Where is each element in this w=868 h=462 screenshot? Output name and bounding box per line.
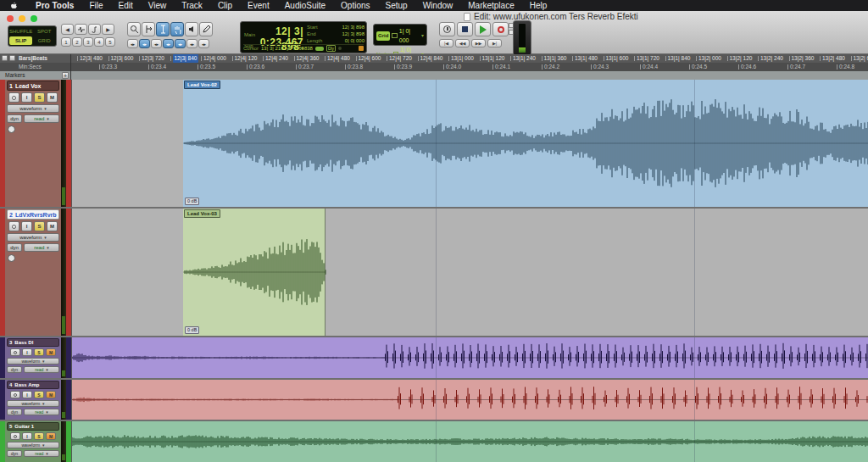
input-monitor-button[interactable]: I [22,348,32,356]
track-name[interactable]: 4Bass Amp [7,381,59,389]
minimize-window-button[interactable] [19,15,25,22]
min-secs-ruler[interactable]: Min:Secs 0:23.30:23.40:23.50:23.60:23.70… [0,63,868,71]
mode-grid-button[interactable]: GRID [33,36,55,45]
solo-button[interactable]: S [34,391,44,398]
elastic-audio-button[interactable] [8,125,15,133]
end-value[interactable]: 12| 3| 898 [342,31,364,37]
zoomer-tool-button[interactable] [127,22,141,36]
dyn-button[interactable]: dyn [7,409,22,415]
menu-item-file[interactable]: File [81,0,110,11]
grid-caret-icon[interactable]: ▾ [421,31,424,41]
track-name[interactable]: 2LdVxRvrsRvrb [7,209,59,220]
track-name[interactable]: 1Lead Vox [7,81,59,91]
dyn-button[interactable]: dyn [7,450,22,457]
menu-item-event[interactable]: Event [240,0,277,11]
mirror-midi-button[interactable]: ◂▸ [175,39,186,48]
automation-mode-button[interactable]: read▾ [24,366,59,373]
mute-button[interactable]: M [46,432,56,440]
track-view-selector[interactable]: waveform▾ [7,442,59,448]
track-lane-bass-di[interactable] [71,337,868,378]
zoom-preset-2-button[interactable]: 2 [72,37,82,47]
automation-mode-button[interactable]: read▾ [24,450,59,457]
trim-tool-button[interactable] [142,22,155,36]
menu-item-clip[interactable]: Clip [210,0,240,11]
mute-button[interactable]: M [46,348,56,356]
length-value[interactable]: 0| 0| 000 [345,37,364,44]
zoom-in-arrow-button[interactable]: ▶ [102,24,114,35]
link-timeline-button[interactable]: ◂▸ [151,39,162,48]
solo-button[interactable]: S [34,92,45,103]
record-enable-button[interactable] [8,92,19,103]
track-view-selector[interactable]: waveform▾ [7,400,59,407]
add-marker-button[interactable]: + [62,72,69,79]
layered-edit-button[interactable]: ◂▸ [186,39,198,48]
track-lane-lead-vox[interactable]: Lead Vox-020 dB [71,80,868,207]
menu-item-pro-tools[interactable]: Pro Tools [28,0,81,11]
record-enable-button[interactable] [10,348,20,356]
return-to-zero-button[interactable]: |◀ [439,39,453,47]
record-enable-button[interactable] [10,391,20,398]
selector-tool-button[interactable] [156,22,170,36]
track-lane-guitar-1[interactable] [71,421,868,462]
automation-mode-button[interactable]: read▾ [24,243,59,252]
elastic-audio-button[interactable] [8,254,15,262]
markers-ruler[interactable]: Markers + [0,71,868,80]
menu-item-edit[interactable]: Edit [111,0,141,11]
delay-compensation-indicator[interactable]: Dly [326,45,336,52]
input-monitor-button[interactable]: I [22,432,32,440]
track-view-selector[interactable]: waveform▾ [7,104,59,113]
dyn-button[interactable]: dyn [7,366,22,373]
track-name[interactable]: 3Bass DI [7,338,59,347]
grid-label[interactable]: Grid [376,31,390,41]
solo-button[interactable]: S [34,221,45,231]
input-monitor-button[interactable]: I [21,221,32,231]
input-monitor-button[interactable]: I [22,391,32,398]
automation-mode-button[interactable]: read▾ [24,409,59,415]
track-lane-bass-amp[interactable] [71,380,868,420]
insertion-follows-button[interactable]: ◂▸ [198,39,209,48]
tab-transient-button[interactable]: ◂▸ [139,39,150,48]
play-button[interactable] [475,22,491,36]
stop-button[interactable] [457,22,473,36]
zoom-toggle-button[interactable]: ◂▸ [127,39,138,48]
menu-item-setup[interactable]: Setup [378,0,415,11]
zoom-window-button[interactable] [31,15,37,22]
go-to-end-button[interactable]: ▶| [487,39,502,47]
zoom-preset-3-button[interactable]: 3 [83,37,93,47]
mode-spot-button[interactable]: SPOT [33,27,55,36]
menu-item-audiosuite[interactable]: AudioSuite [277,0,333,11]
dyn-button[interactable]: dyn [7,243,22,252]
track-view-selector[interactable]: waveform▾ [7,358,59,365]
solo-button[interactable]: S [34,432,44,440]
clip-gain-badge[interactable]: 0 dB [185,198,199,205]
fast-forward-button[interactable]: ▶▶ [471,39,486,47]
record-button[interactable] [492,22,509,36]
menu-item-view[interactable]: View [141,0,175,11]
menu-item-window[interactable]: Window [415,0,461,11]
menu-item-track[interactable]: Track [174,0,210,11]
track-name[interactable]: 5Guitar 1 [7,422,59,431]
zoom-preset-1-button[interactable]: 1 [61,37,71,47]
menu-item-help[interactable]: Help [522,0,555,11]
dyn-button[interactable]: dyn [7,114,22,123]
track-lane-ldvxrvrsrvrb[interactable]: Lead Vox-030 dB [71,209,868,336]
clip-gain-badge[interactable]: 0 dB [185,326,199,334]
link-track-edit-button[interactable]: ◂▸ [163,39,174,48]
bars-beats-ruler[interactable]: Bars|Beats 12|3| 48012|3| 60012|3| 72012… [0,54,868,63]
mode-shuffle-button[interactable]: SHUFFLE [9,27,32,36]
menu-item-marketplace[interactable]: Marketplace [460,0,521,11]
midi-zoom-button[interactable] [88,24,101,35]
solo-button[interactable]: S [34,348,44,356]
grabber-tool-button[interactable] [170,22,184,36]
record-enable-button[interactable] [10,432,20,440]
menu-item-options[interactable]: Options [333,0,377,11]
mute-button[interactable]: M [47,221,58,231]
zoom-preset-4-button[interactable]: 4 [94,37,104,47]
record-enable-button[interactable] [8,221,19,231]
apple-icon[interactable] [10,2,18,9]
scrubber-tool-button[interactable] [185,22,198,36]
close-window-button[interactable] [7,15,14,22]
grid-value[interactable]: 1| 0| 000 [399,26,420,45]
rewind-button[interactable]: ◀◀ [455,39,470,47]
track-view-selector[interactable]: waveform▾ [7,233,59,242]
